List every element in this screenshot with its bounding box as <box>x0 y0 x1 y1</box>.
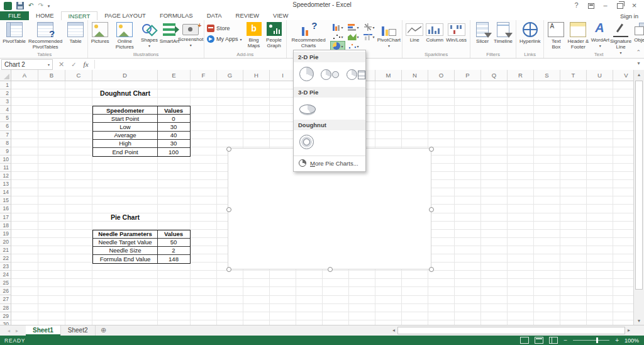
row-header-3[interactable]: 3 <box>0 98 11 106</box>
column-header-a[interactable]: A <box>11 70 38 81</box>
more-pie-charts-item[interactable]: More Pie Charts... <box>294 156 365 170</box>
row-header-23[interactable]: 23 <box>0 263 11 271</box>
column-header-d[interactable]: D <box>92 70 158 81</box>
pivottable-button[interactable]: PivotTable <box>3 21 25 44</box>
object-button[interactable]: Object <box>631 21 644 43</box>
column-header-o[interactable]: O <box>428 70 455 81</box>
doughnut-menu-item[interactable] <box>299 134 314 150</box>
bing-maps-button[interactable]: Bing Maps <box>244 21 264 48</box>
horizontal-scroll-thumb[interactable] <box>397 327 625 334</box>
row-header-17[interactable]: 17 <box>0 213 11 222</box>
row-header-16[interactable]: 16 <box>0 205 11 213</box>
close-icon[interactable] <box>627 0 641 11</box>
column-header-c[interactable]: C <box>65 70 92 81</box>
row-header-27[interactable]: 27 <box>0 295 11 303</box>
row-header-2[interactable]: 2 <box>0 89 11 98</box>
recommended-charts-button[interactable]: Recommended Charts <box>289 21 329 48</box>
zoom-in-icon[interactable]: + <box>615 337 619 344</box>
row-header-12[interactable]: 12 <box>0 172 11 180</box>
pie-chart-button[interactable]: ▾ <box>331 42 345 50</box>
signature-line-button[interactable]: Signature Line▾ <box>610 21 631 56</box>
minimize-icon[interactable] <box>598 0 613 11</box>
my-apps-button[interactable]: My Apps ▾ <box>207 35 242 43</box>
selection-handle[interactable] <box>226 147 231 152</box>
row-header-24[interactable]: 24 <box>0 271 11 279</box>
screenshot-button[interactable]: Screenshot▾ <box>179 21 202 48</box>
row-header-10[interactable]: 10 <box>0 156 11 164</box>
select-all-corner[interactable] <box>0 70 11 81</box>
sheet-tab-sheet1[interactable]: Sheet1 <box>26 325 61 336</box>
row-header-4[interactable]: 4 <box>0 106 11 114</box>
slicer-button[interactable]: Slicer <box>472 21 492 44</box>
row-header-25[interactable]: 25 <box>0 279 11 287</box>
row-header-8[interactable]: 8 <box>0 139 11 147</box>
shapes-button[interactable]: Shapes▾ <box>139 21 159 48</box>
selection-handle[interactable] <box>429 267 434 272</box>
row-header-9[interactable]: 9 <box>0 147 11 156</box>
combo-chart-button[interactable]: ▾ <box>362 32 376 41</box>
row-header-11[interactable]: 11 <box>0 164 11 172</box>
pictures-button[interactable]: Pictures <box>90 21 110 44</box>
column-header-i[interactable]: I <box>270 70 296 81</box>
online-pictures-button[interactable]: Online Pictures <box>110 21 139 50</box>
row-header-6[interactable]: 6 <box>0 122 11 130</box>
hyperlink-button[interactable]: Hyperlink <box>518 21 541 44</box>
horizontal-scrollbar[interactable]: ◂ ▸ <box>390 327 633 334</box>
tab-data[interactable]: DATA <box>200 11 229 20</box>
row-header-13[interactable]: 13 <box>0 180 11 188</box>
row-header-18[interactable]: 18 <box>0 222 11 230</box>
row-header-26[interactable]: 26 <box>0 287 11 295</box>
ribbon-display-options-icon[interactable] <box>584 0 598 11</box>
sheet-tab-sheet2[interactable]: Sheet2 <box>61 325 96 336</box>
bar-of-pie-menu-item[interactable] <box>346 66 366 82</box>
pie-3d-menu-item[interactable] <box>299 101 316 115</box>
area-chart-button[interactable]: ▾ <box>347 32 360 41</box>
tab-page-layout[interactable]: PAGE LAYOUT <box>97 11 153 20</box>
scroll-down-icon[interactable]: ▾ <box>634 316 644 325</box>
name-box[interactable]: Chart 2 ▾ <box>1 59 53 70</box>
recommended-pivottables-button[interactable]: Recommended PivotTables <box>25 21 65 50</box>
zoom-slider[interactable] <box>573 340 609 341</box>
bar-chart-button[interactable]: ▾ <box>347 23 360 31</box>
pie-menu-item[interactable] <box>299 66 314 82</box>
selection-handle[interactable] <box>226 267 231 272</box>
tab-review[interactable]: REVIEW <box>229 11 266 20</box>
help-icon[interactable] <box>569 0 584 11</box>
store-button[interactable]: Store <box>207 25 242 32</box>
row-header-7[interactable]: 7 <box>0 131 11 139</box>
pivotchart-button[interactable]: PivotChart▾ <box>378 21 401 48</box>
text-box-button[interactable]: Text Box <box>546 21 566 50</box>
line-button[interactable]: Line <box>404 21 425 43</box>
wordart-button[interactable]: WordArt▾ <box>590 21 610 48</box>
tab-view[interactable]: VIEW <box>266 11 295 20</box>
row-header-20[interactable]: 20 <box>0 238 11 246</box>
header-footer-button[interactable]: Header & Footer <box>566 21 590 50</box>
next-sheet-icon[interactable]: ▸ <box>16 328 18 334</box>
column-header-e[interactable]: E <box>158 70 191 81</box>
row-header-15[interactable]: 15 <box>0 196 11 205</box>
name-box-dropdown-icon[interactable]: ▾ <box>48 62 50 67</box>
selection-handle[interactable] <box>226 207 231 212</box>
insert-function-icon[interactable]: fx <box>84 60 89 68</box>
scatter-chart-button[interactable]: ▾ <box>347 42 360 50</box>
expand-formula-bar-icon[interactable]: ▾ <box>635 60 642 66</box>
vertical-scrollbar[interactable]: ▴ ▾ <box>633 70 644 325</box>
sign-in-link[interactable]: Sign in <box>620 13 638 20</box>
collapse-ribbon-icon[interactable]: ⌃ <box>636 49 641 55</box>
column-header-r[interactable]: R <box>508 70 534 81</box>
people-graph-button[interactable]: People Graph <box>264 21 284 48</box>
row-header-22[interactable]: 22 <box>0 254 11 263</box>
column-header-f[interactable]: F <box>191 70 217 81</box>
new-sheet-icon[interactable]: ⊕ <box>96 325 112 336</box>
column-header-g[interactable]: G <box>217 70 243 81</box>
scroll-up-icon[interactable]: ▴ <box>634 70 644 79</box>
scroll-right-icon[interactable]: ▸ <box>625 327 633 334</box>
prev-sheet-icon[interactable]: ◂ <box>8 328 10 334</box>
row-header-14[interactable]: 14 <box>0 188 11 196</box>
vertical-scroll-thumb[interactable] <box>635 81 643 290</box>
column-header-t[interactable]: T <box>560 70 587 81</box>
scroll-left-icon[interactable]: ◂ <box>390 327 397 334</box>
column-header-v[interactable]: V <box>613 70 634 81</box>
row-header-5[interactable]: 5 <box>0 114 11 122</box>
row-header-28[interactable]: 28 <box>0 304 11 312</box>
